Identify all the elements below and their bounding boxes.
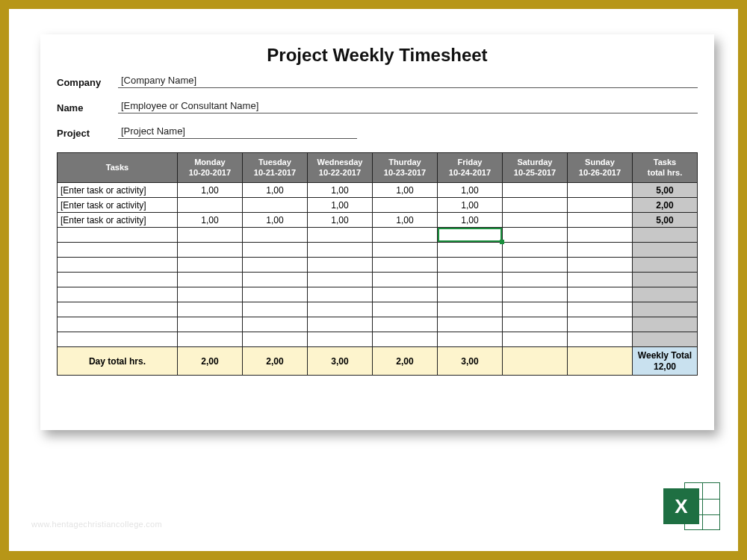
task-cell[interactable] bbox=[58, 317, 178, 332]
company-field[interactable]: [Company Name] bbox=[118, 73, 698, 88]
task-cell[interactable] bbox=[58, 273, 178, 287]
hours-cell[interactable] bbox=[177, 198, 242, 213]
hours-cell[interactable] bbox=[437, 243, 502, 258]
day-total-row: Day total hrs. 2,00 2,00 3,00 2,00 3,00 … bbox=[58, 347, 698, 376]
hours-cell[interactable] bbox=[242, 287, 307, 302]
hours-cell[interactable] bbox=[502, 287, 567, 302]
hours-cell[interactable] bbox=[307, 332, 372, 347]
hours-cell[interactable]: 1,00 bbox=[307, 213, 372, 228]
hours-cell[interactable]: 1,00 bbox=[372, 213, 437, 228]
hours-cell[interactable] bbox=[242, 258, 307, 273]
hours-cell[interactable] bbox=[177, 228, 242, 243]
hours-cell[interactable] bbox=[372, 332, 437, 347]
hours-cell[interactable] bbox=[307, 258, 372, 273]
hours-cell[interactable] bbox=[307, 317, 372, 332]
hours-cell[interactable] bbox=[502, 213, 567, 228]
hours-cell[interactable] bbox=[372, 273, 437, 287]
hours-cell[interactable]: 1,00 bbox=[177, 213, 242, 228]
hours-cell[interactable] bbox=[177, 317, 242, 332]
hours-cell[interactable] bbox=[437, 258, 502, 273]
document-title: Project Weekly Timesheet bbox=[57, 45, 698, 66]
hours-cell[interactable] bbox=[372, 258, 437, 273]
hours-cell[interactable] bbox=[177, 332, 242, 347]
task-cell[interactable] bbox=[58, 332, 178, 347]
task-cell[interactable] bbox=[58, 228, 178, 243]
hours-cell[interactable] bbox=[242, 198, 307, 213]
hours-cell[interactable] bbox=[372, 317, 437, 332]
task-cell[interactable] bbox=[58, 243, 178, 258]
hours-cell[interactable] bbox=[502, 183, 567, 198]
hours-cell[interactable] bbox=[307, 273, 372, 287]
hours-cell[interactable] bbox=[242, 273, 307, 287]
hours-cell[interactable] bbox=[437, 332, 502, 347]
watermark-text: www.hentagechristiancollege.com bbox=[31, 520, 162, 529]
hours-cell[interactable]: 1,00 bbox=[307, 198, 372, 213]
hours-cell[interactable] bbox=[437, 273, 502, 287]
hours-cell[interactable] bbox=[502, 198, 567, 213]
hours-cell[interactable] bbox=[567, 243, 632, 258]
hours-cell[interactable] bbox=[177, 258, 242, 273]
weekly-total-cell: Weekly Total12,00 bbox=[632, 347, 697, 376]
hours-cell[interactable] bbox=[567, 198, 632, 213]
table-row: [Enter task or activity]1,001,001,001,00… bbox=[58, 213, 698, 228]
hours-cell[interactable] bbox=[307, 302, 372, 317]
hours-cell[interactable] bbox=[437, 302, 502, 317]
header-tuesday: Tuesday10-21-2017 bbox=[242, 153, 307, 183]
hours-cell[interactable] bbox=[242, 228, 307, 243]
task-cell[interactable] bbox=[58, 302, 178, 317]
hours-cell[interactable] bbox=[502, 243, 567, 258]
meta-row-project: Project [Project Name] bbox=[57, 124, 698, 139]
hours-cell[interactable] bbox=[502, 273, 567, 287]
task-cell[interactable]: [Enter task or activity] bbox=[58, 213, 178, 228]
hours-cell[interactable] bbox=[502, 228, 567, 243]
hours-cell[interactable]: 1,00 bbox=[437, 213, 502, 228]
hours-cell[interactable] bbox=[242, 317, 307, 332]
hours-cell[interactable] bbox=[567, 213, 632, 228]
table-row bbox=[58, 258, 698, 273]
hours-cell[interactable]: 1,00 bbox=[307, 183, 372, 198]
hours-cell[interactable] bbox=[502, 258, 567, 273]
hours-cell[interactable] bbox=[372, 228, 437, 243]
hours-cell[interactable] bbox=[307, 228, 372, 243]
hours-cell[interactable] bbox=[177, 273, 242, 287]
hours-cell[interactable] bbox=[307, 287, 372, 302]
hours-cell[interactable]: 1,00 bbox=[437, 198, 502, 213]
hours-cell[interactable]: 1,00 bbox=[242, 213, 307, 228]
name-field[interactable]: [Employee or Consultant Name] bbox=[118, 99, 698, 113]
project-field[interactable]: [Project Name] bbox=[118, 124, 357, 139]
hours-cell[interactable] bbox=[372, 198, 437, 213]
hours-cell[interactable] bbox=[567, 258, 632, 273]
hours-cell[interactable] bbox=[437, 228, 502, 243]
hours-cell[interactable] bbox=[567, 332, 632, 347]
hours-cell[interactable]: 1,00 bbox=[437, 183, 502, 198]
task-cell[interactable] bbox=[58, 258, 178, 273]
task-cell[interactable]: [Enter task or activity] bbox=[58, 198, 178, 213]
hours-cell[interactable]: 1,00 bbox=[242, 183, 307, 198]
task-cell[interactable]: [Enter task or activity] bbox=[58, 183, 178, 198]
hours-cell[interactable] bbox=[567, 287, 632, 302]
hours-cell[interactable]: 1,00 bbox=[177, 183, 242, 198]
hours-cell[interactable] bbox=[502, 332, 567, 347]
hours-cell[interactable] bbox=[242, 302, 307, 317]
hours-cell[interactable] bbox=[307, 243, 372, 258]
hours-cell[interactable] bbox=[242, 332, 307, 347]
hours-cell[interactable] bbox=[372, 302, 437, 317]
hours-cell[interactable] bbox=[567, 302, 632, 317]
hours-cell[interactable] bbox=[372, 243, 437, 258]
hours-cell[interactable] bbox=[242, 243, 307, 258]
hours-cell[interactable] bbox=[437, 317, 502, 332]
hours-cell[interactable] bbox=[567, 273, 632, 287]
hours-cell[interactable] bbox=[437, 287, 502, 302]
hours-cell[interactable] bbox=[372, 287, 437, 302]
row-total-cell bbox=[632, 302, 697, 317]
hours-cell[interactable] bbox=[177, 302, 242, 317]
hours-cell[interactable] bbox=[177, 243, 242, 258]
hours-cell[interactable] bbox=[567, 183, 632, 198]
hours-cell[interactable] bbox=[567, 317, 632, 332]
hours-cell[interactable] bbox=[502, 317, 567, 332]
hours-cell[interactable] bbox=[177, 287, 242, 302]
task-cell[interactable] bbox=[58, 287, 178, 302]
hours-cell[interactable]: 1,00 bbox=[372, 183, 437, 198]
hours-cell[interactable] bbox=[502, 302, 567, 317]
hours-cell[interactable] bbox=[567, 228, 632, 243]
